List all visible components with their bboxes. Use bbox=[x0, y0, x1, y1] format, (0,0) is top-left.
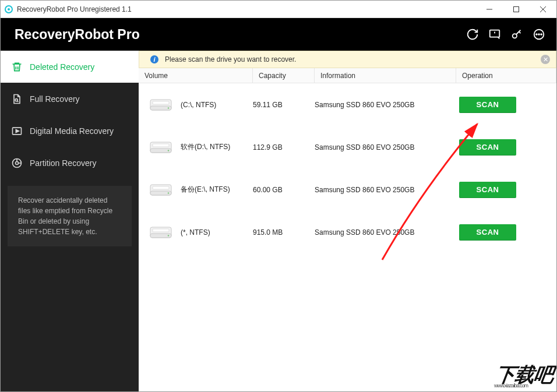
maximize-button[interactable] bbox=[503, 1, 530, 18]
col-operation[interactable]: Operation bbox=[456, 68, 556, 83]
close-button[interactable] bbox=[530, 1, 556, 18]
sidebar-item-label: Full Recovery bbox=[30, 94, 80, 104]
trash-icon bbox=[11, 61, 23, 73]
cell-information: Samsung SSD 860 EVO 250GB bbox=[315, 228, 459, 236]
cell-capacity: 60.00 GB bbox=[253, 186, 315, 194]
info-message: Please scan the drive you want to recove… bbox=[165, 55, 296, 63]
header-toolbar bbox=[466, 27, 546, 41]
app-header: RecoveryRobot Pro bbox=[1, 18, 556, 51]
cell-operation: SCAN bbox=[459, 139, 556, 156]
table-row: (*, NTFS)915.0 MBSamsung SSD 860 EVO 250… bbox=[139, 211, 556, 253]
brand-title: RecoveryRobot Pro bbox=[15, 27, 140, 43]
svg-point-7 bbox=[538, 34, 540, 35]
col-volume[interactable]: Volume bbox=[139, 68, 253, 83]
scan-button[interactable]: SCAN bbox=[459, 182, 516, 198]
sidebar-item-label: Digital Media Recovery bbox=[30, 126, 114, 136]
media-icon bbox=[11, 125, 23, 137]
sidebar-description: Recover accidentally deleted files like … bbox=[8, 186, 132, 246]
svg-rect-18 bbox=[153, 101, 169, 104]
svg-point-17 bbox=[168, 107, 169, 108]
cell-operation: SCAN bbox=[459, 224, 556, 241]
scan-button[interactable]: SCAN bbox=[459, 97, 516, 113]
more-icon[interactable] bbox=[532, 27, 546, 41]
disc-icon bbox=[11, 157, 23, 169]
svg-point-12 bbox=[16, 161, 19, 164]
svg-point-8 bbox=[541, 34, 542, 35]
svg-rect-30 bbox=[153, 229, 169, 232]
window-title: RecoveryRobot Pro Unregistered 1.1 bbox=[17, 5, 132, 13]
titlebar: RecoveryRobot Pro Unregistered 1.1 bbox=[1, 1, 556, 18]
feedback-icon[interactable] bbox=[488, 27, 502, 41]
svg-point-1 bbox=[8, 8, 10, 10]
svg-point-9 bbox=[15, 98, 17, 101]
col-capacity[interactable]: Capacity bbox=[253, 68, 315, 83]
sidebar-item-digital-media[interactable]: Digital Media Recovery bbox=[1, 115, 139, 147]
app-logo-icon bbox=[4, 5, 13, 14]
table-row: 软件(D:\, NTFS)112.9 GBSamsung SSD 860 EVO… bbox=[139, 126, 556, 168]
cell-volume: 备份(E:\, NTFS) bbox=[181, 185, 253, 195]
cell-capacity: 915.0 MB bbox=[253, 228, 315, 236]
table-row: 备份(E:\, NTFS)60.00 GBSamsung SSD 860 EVO… bbox=[139, 168, 556, 211]
drive-icon bbox=[149, 181, 172, 199]
table-body: (C:\, NTFS)59.11 GBSamsung SSD 860 EVO 2… bbox=[139, 83, 556, 391]
svg-rect-26 bbox=[153, 186, 169, 189]
table-row: (C:\, NTFS)59.11 GBSamsung SSD 860 EVO 2… bbox=[139, 83, 556, 126]
svg-point-25 bbox=[168, 192, 169, 193]
key-icon[interactable] bbox=[510, 27, 524, 41]
drive-icon bbox=[149, 96, 172, 114]
col-information[interactable]: Information bbox=[315, 68, 456, 83]
info-icon: i bbox=[150, 55, 159, 64]
scan-button[interactable]: SCAN bbox=[459, 224, 516, 241]
sidebar-item-partition-recovery[interactable]: Partition Recovery bbox=[1, 147, 139, 179]
content-area: Deleted Recovery Full Recovery Digital M… bbox=[1, 51, 556, 391]
sidebar-item-label: Deleted Recovery bbox=[30, 62, 94, 72]
drive-icon bbox=[149, 224, 172, 241]
main-panel: i Please scan the drive you want to reco… bbox=[139, 51, 556, 391]
table-header: Volume Capacity Information Operation bbox=[139, 68, 556, 83]
cell-capacity: 112.9 GB bbox=[253, 143, 315, 151]
svg-rect-3 bbox=[490, 30, 500, 37]
svg-point-6 bbox=[536, 34, 537, 35]
info-bar: i Please scan the drive you want to reco… bbox=[139, 51, 556, 68]
cell-capacity: 59.11 GB bbox=[253, 101, 315, 109]
sidebar-item-full-recovery[interactable]: Full Recovery bbox=[1, 83, 139, 115]
svg-rect-22 bbox=[153, 144, 169, 147]
sidebar: Deleted Recovery Full Recovery Digital M… bbox=[1, 51, 139, 391]
svg-point-21 bbox=[168, 150, 169, 151]
infobar-close-icon[interactable]: ✕ bbox=[541, 55, 550, 64]
refresh-icon[interactable] bbox=[466, 27, 480, 41]
cell-information: Samsung SSD 860 EVO 250GB bbox=[315, 186, 459, 194]
svg-rect-2 bbox=[514, 6, 519, 12]
cell-volume: (*, NTFS) bbox=[181, 228, 253, 236]
window-controls bbox=[476, 1, 556, 18]
cell-operation: SCAN bbox=[459, 182, 556, 198]
cell-information: Samsung SSD 860 EVO 250GB bbox=[315, 101, 459, 109]
sidebar-item-deleted-recovery[interactable]: Deleted Recovery bbox=[1, 51, 139, 83]
cell-volume: (C:\, NTFS) bbox=[181, 101, 253, 109]
svg-point-4 bbox=[513, 34, 517, 38]
sidebar-item-label: Partition Recovery bbox=[30, 158, 96, 168]
cell-information: Samsung SSD 860 EVO 250GB bbox=[315, 143, 459, 151]
svg-point-29 bbox=[168, 235, 169, 236]
document-search-icon bbox=[11, 93, 23, 105]
cell-volume: 软件(D:\, NTFS) bbox=[181, 142, 253, 152]
scan-button[interactable]: SCAN bbox=[459, 139, 516, 156]
cell-operation: SCAN bbox=[459, 97, 556, 113]
minimize-button[interactable] bbox=[476, 1, 503, 18]
drive-icon bbox=[149, 139, 172, 156]
